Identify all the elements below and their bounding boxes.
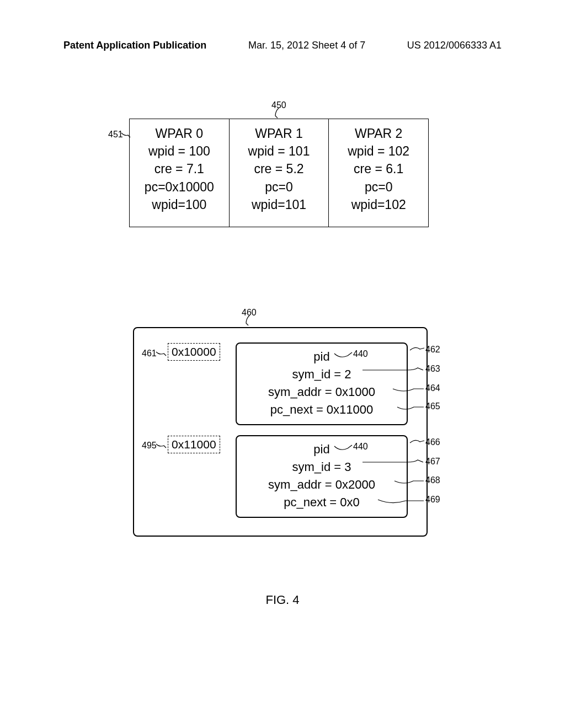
wpar1-title: WPAR 1 — [230, 125, 329, 142]
leader-466-icon — [410, 438, 425, 446]
wpar-table: WPAR 0 wpid = 100 cre = 7.1 pc=0x10000 w… — [129, 119, 429, 227]
ref-461: 461 — [142, 349, 157, 358]
leader-462-icon — [410, 346, 425, 354]
ref-440b: 440 — [353, 442, 368, 452]
entry-462-pid: pid — [237, 348, 407, 366]
ref-440a: 440 — [353, 349, 368, 359]
wpar-col-0: WPAR 0 wpid = 100 cre = 7.1 pc=0x10000 w… — [130, 119, 230, 227]
wpar2-pc: pc=0 — [329, 178, 428, 196]
wpar0-wpid: wpid = 100 — [130, 142, 229, 160]
ref-464: 464 — [425, 383, 440, 393]
wpar0-pc: pc=0x10000 — [130, 178, 229, 196]
header-right: US 2012/0066333 A1 — [407, 40, 502, 51]
entry-466: pid sym_id = 3 sym_addr = 0x2000 pc_next… — [236, 435, 408, 518]
entry-466-pid: pid — [237, 441, 407, 458]
entry-462-symaddr: sym_addr = 0x1000 — [237, 383, 407, 401]
ref-468: 468 — [425, 475, 440, 485]
leader-440a-icon — [334, 352, 354, 360]
entry-462-pcnext: pc_next = 0x11000 — [237, 401, 407, 419]
wpar1-wpid2: wpid=101 — [230, 196, 329, 213]
addr-461: 0x10000 — [168, 343, 220, 361]
wpar1-pc: pc=0 — [230, 178, 329, 196]
wpar1-wpid: wpid = 101 — [230, 142, 329, 160]
leader-467-icon — [363, 461, 424, 468]
wpar-col-1: WPAR 1 wpid = 101 cre = 5.2 pc=0 wpid=10… — [230, 119, 329, 227]
ref-467: 467 — [425, 457, 440, 467]
leader-460-icon — [245, 315, 256, 326]
figure-label: FIG. 4 — [0, 593, 565, 607]
addr-495: 0x11000 — [168, 436, 220, 453]
ref-465: 465 — [425, 402, 440, 411]
wpar1-cre: cre = 5.2 — [230, 160, 329, 178]
ref-469: 469 — [425, 495, 440, 505]
wpar2-cre: cre = 6.1 — [329, 160, 428, 178]
wpar0-title: WPAR 0 — [130, 125, 229, 142]
entry-466-symaddr: sym_addr = 0x2000 — [237, 476, 407, 494]
ref-495: 495 — [142, 441, 157, 451]
leader-450-icon — [274, 108, 285, 119]
leader-469-icon — [378, 499, 425, 505]
leader-463-icon — [363, 369, 424, 376]
ref-451: 451 — [108, 130, 123, 140]
header-mid: Mar. 15, 2012 Sheet 4 of 7 — [248, 40, 365, 51]
header-left: Patent Application Publication — [63, 40, 206, 51]
wpar-col-2: WPAR 2 wpid = 102 cre = 6.1 pc=0 wpid=10… — [329, 119, 428, 227]
wpar0-cre: cre = 7.1 — [130, 160, 229, 178]
leader-440b-icon — [334, 445, 354, 453]
ref-466: 466 — [425, 437, 440, 447]
wpar0-wpid2: wpid=100 — [130, 196, 229, 213]
ref-463: 463 — [425, 364, 440, 374]
wpar2-wpid2: wpid=102 — [329, 196, 428, 213]
leader-465-icon — [397, 406, 425, 413]
leader-495-icon — [156, 443, 168, 454]
wpar2-title: WPAR 2 — [329, 125, 428, 142]
wpar2-wpid: wpid = 102 — [329, 142, 428, 160]
entry-462: pid sym_id = 2 sym_addr = 0x1000 pc_next… — [236, 342, 408, 425]
leader-468-icon — [395, 480, 425, 486]
leader-464-icon — [393, 388, 425, 394]
leader-461-icon — [156, 351, 168, 362]
ref-462: 462 — [425, 345, 440, 355]
